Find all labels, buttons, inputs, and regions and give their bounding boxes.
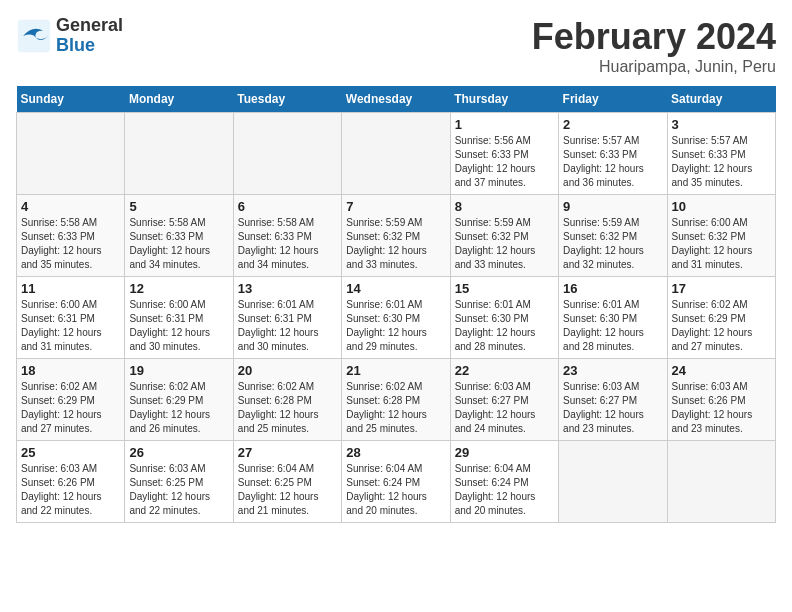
day-number: 5 <box>129 199 228 214</box>
calendar-cell: 25Sunrise: 6:03 AM Sunset: 6:26 PM Dayli… <box>17 441 125 523</box>
calendar-cell: 23Sunrise: 6:03 AM Sunset: 6:27 PM Dayli… <box>559 359 667 441</box>
calendar-cell: 22Sunrise: 6:03 AM Sunset: 6:27 PM Dayli… <box>450 359 558 441</box>
calendar-cell: 21Sunrise: 6:02 AM Sunset: 6:28 PM Dayli… <box>342 359 450 441</box>
col-header-monday: Monday <box>125 86 233 113</box>
calendar-subtitle: Huaripampa, Junin, Peru <box>532 58 776 76</box>
day-info: Sunrise: 5:57 AM Sunset: 6:33 PM Dayligh… <box>563 134 662 190</box>
col-header-thursday: Thursday <box>450 86 558 113</box>
day-number: 21 <box>346 363 445 378</box>
calendar-cell: 9Sunrise: 5:59 AM Sunset: 6:32 PM Daylig… <box>559 195 667 277</box>
week-row-1: 1Sunrise: 5:56 AM Sunset: 6:33 PM Daylig… <box>17 113 776 195</box>
day-number: 2 <box>563 117 662 132</box>
day-number: 1 <box>455 117 554 132</box>
week-row-2: 4Sunrise: 5:58 AM Sunset: 6:33 PM Daylig… <box>17 195 776 277</box>
day-info: Sunrise: 6:02 AM Sunset: 6:29 PM Dayligh… <box>21 380 120 436</box>
day-info: Sunrise: 5:58 AM Sunset: 6:33 PM Dayligh… <box>21 216 120 272</box>
day-number: 19 <box>129 363 228 378</box>
day-number: 9 <box>563 199 662 214</box>
calendar-cell: 19Sunrise: 6:02 AM Sunset: 6:29 PM Dayli… <box>125 359 233 441</box>
day-info: Sunrise: 6:03 AM Sunset: 6:26 PM Dayligh… <box>21 462 120 518</box>
day-info: Sunrise: 6:03 AM Sunset: 6:25 PM Dayligh… <box>129 462 228 518</box>
day-number: 17 <box>672 281 771 296</box>
logo-line2: Blue <box>56 36 123 56</box>
calendar-cell: 27Sunrise: 6:04 AM Sunset: 6:25 PM Dayli… <box>233 441 341 523</box>
day-info: Sunrise: 6:02 AM Sunset: 6:28 PM Dayligh… <box>346 380 445 436</box>
day-number: 8 <box>455 199 554 214</box>
calendar-title: February 2024 <box>532 16 776 58</box>
day-number: 28 <box>346 445 445 460</box>
calendar-table: SundayMondayTuesdayWednesdayThursdayFrid… <box>16 86 776 523</box>
calendar-cell: 16Sunrise: 6:01 AM Sunset: 6:30 PM Dayli… <box>559 277 667 359</box>
day-info: Sunrise: 5:56 AM Sunset: 6:33 PM Dayligh… <box>455 134 554 190</box>
day-info: Sunrise: 6:00 AM Sunset: 6:31 PM Dayligh… <box>129 298 228 354</box>
col-header-sunday: Sunday <box>17 86 125 113</box>
day-info: Sunrise: 6:01 AM Sunset: 6:31 PM Dayligh… <box>238 298 337 354</box>
day-info: Sunrise: 6:01 AM Sunset: 6:30 PM Dayligh… <box>455 298 554 354</box>
logo: General Blue <box>16 16 123 56</box>
week-row-4: 18Sunrise: 6:02 AM Sunset: 6:29 PM Dayli… <box>17 359 776 441</box>
day-number: 14 <box>346 281 445 296</box>
day-info: Sunrise: 6:00 AM Sunset: 6:31 PM Dayligh… <box>21 298 120 354</box>
day-info: Sunrise: 6:04 AM Sunset: 6:24 PM Dayligh… <box>346 462 445 518</box>
col-header-tuesday: Tuesday <box>233 86 341 113</box>
day-number: 20 <box>238 363 337 378</box>
day-info: Sunrise: 6:01 AM Sunset: 6:30 PM Dayligh… <box>346 298 445 354</box>
day-info: Sunrise: 5:59 AM Sunset: 6:32 PM Dayligh… <box>455 216 554 272</box>
calendar-cell: 11Sunrise: 6:00 AM Sunset: 6:31 PM Dayli… <box>17 277 125 359</box>
calendar-cell: 20Sunrise: 6:02 AM Sunset: 6:28 PM Dayli… <box>233 359 341 441</box>
day-info: Sunrise: 6:01 AM Sunset: 6:30 PM Dayligh… <box>563 298 662 354</box>
calendar-header: SundayMondayTuesdayWednesdayThursdayFrid… <box>17 86 776 113</box>
day-info: Sunrise: 5:58 AM Sunset: 6:33 PM Dayligh… <box>129 216 228 272</box>
title-block: February 2024 Huaripampa, Junin, Peru <box>532 16 776 76</box>
calendar-cell: 12Sunrise: 6:00 AM Sunset: 6:31 PM Dayli… <box>125 277 233 359</box>
calendar-body: 1Sunrise: 5:56 AM Sunset: 6:33 PM Daylig… <box>17 113 776 523</box>
logo-icon <box>16 18 52 54</box>
calendar-cell: 26Sunrise: 6:03 AM Sunset: 6:25 PM Dayli… <box>125 441 233 523</box>
day-number: 25 <box>21 445 120 460</box>
day-info: Sunrise: 5:59 AM Sunset: 6:32 PM Dayligh… <box>563 216 662 272</box>
day-number: 4 <box>21 199 120 214</box>
day-number: 13 <box>238 281 337 296</box>
week-row-5: 25Sunrise: 6:03 AM Sunset: 6:26 PM Dayli… <box>17 441 776 523</box>
day-number: 29 <box>455 445 554 460</box>
day-number: 24 <box>672 363 771 378</box>
calendar-cell: 2Sunrise: 5:57 AM Sunset: 6:33 PM Daylig… <box>559 113 667 195</box>
calendar-cell: 3Sunrise: 5:57 AM Sunset: 6:33 PM Daylig… <box>667 113 775 195</box>
calendar-cell: 10Sunrise: 6:00 AM Sunset: 6:32 PM Dayli… <box>667 195 775 277</box>
calendar-cell: 7Sunrise: 5:59 AM Sunset: 6:32 PM Daylig… <box>342 195 450 277</box>
day-number: 10 <box>672 199 771 214</box>
day-number: 27 <box>238 445 337 460</box>
day-info: Sunrise: 5:59 AM Sunset: 6:32 PM Dayligh… <box>346 216 445 272</box>
calendar-cell <box>667 441 775 523</box>
day-info: Sunrise: 6:02 AM Sunset: 6:29 PM Dayligh… <box>129 380 228 436</box>
day-number: 7 <box>346 199 445 214</box>
col-header-saturday: Saturday <box>667 86 775 113</box>
logo-line1: General <box>56 16 123 36</box>
calendar-cell: 17Sunrise: 6:02 AM Sunset: 6:29 PM Dayli… <box>667 277 775 359</box>
calendar-cell: 6Sunrise: 5:58 AM Sunset: 6:33 PM Daylig… <box>233 195 341 277</box>
calendar-cell: 18Sunrise: 6:02 AM Sunset: 6:29 PM Dayli… <box>17 359 125 441</box>
day-info: Sunrise: 6:03 AM Sunset: 6:27 PM Dayligh… <box>455 380 554 436</box>
calendar-cell <box>233 113 341 195</box>
day-number: 16 <box>563 281 662 296</box>
day-number: 3 <box>672 117 771 132</box>
day-number: 26 <box>129 445 228 460</box>
calendar-cell: 29Sunrise: 6:04 AM Sunset: 6:24 PM Dayli… <box>450 441 558 523</box>
day-info: Sunrise: 6:02 AM Sunset: 6:29 PM Dayligh… <box>672 298 771 354</box>
col-header-wednesday: Wednesday <box>342 86 450 113</box>
calendar-cell: 14Sunrise: 6:01 AM Sunset: 6:30 PM Dayli… <box>342 277 450 359</box>
day-number: 23 <box>563 363 662 378</box>
calendar-cell <box>559 441 667 523</box>
day-info: Sunrise: 6:04 AM Sunset: 6:24 PM Dayligh… <box>455 462 554 518</box>
day-info: Sunrise: 6:04 AM Sunset: 6:25 PM Dayligh… <box>238 462 337 518</box>
day-number: 18 <box>21 363 120 378</box>
calendar-cell <box>17 113 125 195</box>
day-info: Sunrise: 5:57 AM Sunset: 6:33 PM Dayligh… <box>672 134 771 190</box>
day-info: Sunrise: 5:58 AM Sunset: 6:33 PM Dayligh… <box>238 216 337 272</box>
calendar-cell: 5Sunrise: 5:58 AM Sunset: 6:33 PM Daylig… <box>125 195 233 277</box>
calendar-cell: 4Sunrise: 5:58 AM Sunset: 6:33 PM Daylig… <box>17 195 125 277</box>
calendar-cell: 8Sunrise: 5:59 AM Sunset: 6:32 PM Daylig… <box>450 195 558 277</box>
calendar-cell <box>342 113 450 195</box>
day-info: Sunrise: 6:03 AM Sunset: 6:27 PM Dayligh… <box>563 380 662 436</box>
page-header: General Blue February 2024 Huaripampa, J… <box>16 16 776 76</box>
